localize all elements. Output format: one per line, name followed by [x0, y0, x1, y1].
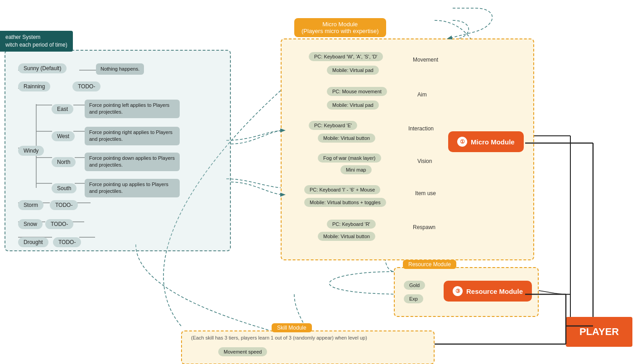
micro-title-line2: (Players micro with expertise) — [301, 28, 379, 34]
player-label: PLAYER — [579, 326, 619, 337]
node-kbd-item: PC: Keyboard 'I' - '6' + Mouse — [304, 185, 380, 194]
node-south: South — [52, 183, 77, 193]
skill-module-container: (Each skill has 3 tiers, players learn 1… — [181, 330, 435, 364]
node-minimap: Mini map — [340, 165, 372, 174]
node-gold: Gold — [404, 281, 425, 290]
skill-subtitle: (Each skill has 3 tiers, players learn 1… — [191, 335, 367, 340]
desc-north: Force pointing down applies to Players a… — [85, 153, 180, 171]
node-rainning: Rainning — [18, 81, 50, 91]
label-vision: Vision — [417, 158, 432, 164]
skill-module-title: Skill Module — [272, 323, 312, 332]
node-west: West — [52, 131, 75, 141]
node-mobile-toggles: Mobile: Virtual buttons + toggles — [304, 198, 386, 207]
desc-east: Force pointing left applies to Players a… — [85, 100, 180, 118]
node-kbd-r: PC: Keyboard 'R' — [327, 220, 376, 229]
weather-box: Sunny (Default) Nothing happens. Rainnin… — [5, 50, 231, 251]
node-snow: Snow — [18, 219, 43, 229]
todo-snow: TODO- — [45, 219, 73, 229]
label-item-use: Item use — [415, 190, 436, 196]
label-aim: Aim — [417, 91, 427, 98]
label-movement: Movement — [413, 57, 438, 63]
node-east: East — [52, 104, 73, 114]
node-exp: Exp — [404, 294, 423, 303]
player-button[interactable]: PLAYER — [566, 317, 632, 347]
node-kbd-wasd: PC: Keyboard 'W', 'A', 'S', 'D' — [309, 52, 383, 61]
label-interaction: Interaction — [408, 125, 434, 132]
micro-module-num: ① — [457, 137, 467, 147]
desc-south: Force pointing up applies to Players and… — [85, 179, 180, 197]
node-sunny: Sunny (Default) — [18, 63, 67, 73]
desc-west: Force pointing right applies to Players … — [85, 127, 180, 145]
resource-module-button[interactable]: ③ Resource Module — [444, 281, 532, 302]
node-mobile-vbutton-interaction: Mobile: Virtual button — [318, 134, 375, 143]
resource-module-num: ③ — [453, 286, 463, 296]
node-kbd-e: PC: Keyboard 'E' — [309, 121, 357, 130]
todo-storm: TODO- — [50, 200, 78, 210]
todo-drought: TODO- — [53, 237, 81, 247]
resource-module-btn-label: Resource Module — [466, 287, 523, 295]
node-mobile-vbutton-respawn: Mobile: Virtual button — [318, 232, 375, 241]
node-mobile-vpad-movement: Mobile: Virtual pad — [327, 66, 379, 75]
node-drought: Drought — [18, 237, 48, 247]
node-north: North — [52, 157, 76, 167]
label-respawn: Respawn — [413, 224, 435, 230]
todo-rainning: TODO- — [72, 81, 100, 91]
desc-sunny: Nothing happens. — [96, 63, 144, 75]
node-movement-speed: Movement speed — [218, 347, 267, 356]
micro-module-title: Micro Module (Players micro with experti… — [294, 18, 386, 37]
node-mobile-vpad-aim: Mobile: Virtual pad — [327, 101, 379, 110]
node-fog-of-war: Fog of war (mask layer) — [318, 153, 381, 163]
node-windy: Windy — [18, 146, 44, 156]
node-storm: Storm — [18, 200, 43, 210]
node-mouse-movement: PC: Mouse movement — [327, 87, 387, 96]
micro-module-button[interactable]: ① Micro Module — [448, 131, 524, 152]
micro-title-line1: Micro Module — [301, 21, 379, 28]
resource-module-title: Resource Module — [403, 260, 456, 269]
weather-header: eather System witch each period of time) — [0, 31, 73, 52]
micro-module-btn-label: Micro Module — [471, 138, 515, 146]
weather-header-line1: eather System — [5, 34, 67, 41]
weather-header-line2: witch each period of time) — [5, 41, 67, 49]
